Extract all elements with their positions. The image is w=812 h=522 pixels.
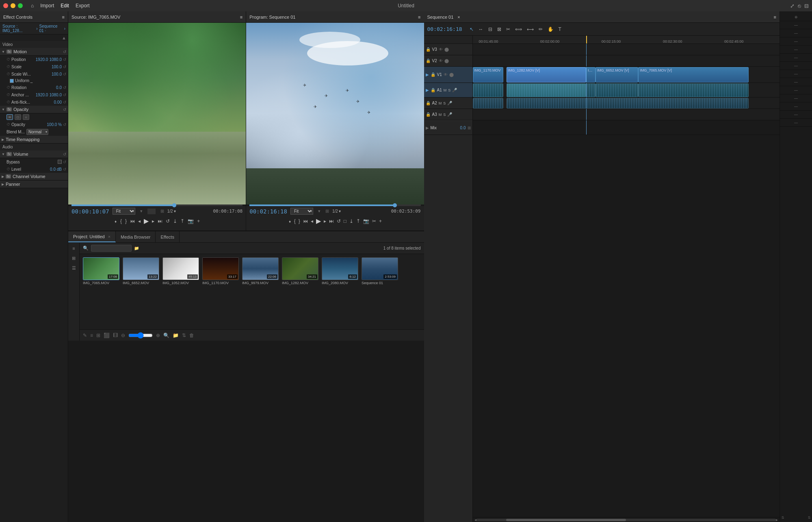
v1-link-icon[interactable]: ⬤	[449, 72, 454, 77]
opacity-ellipse-icon[interactable]: ○	[23, 114, 29, 120]
prog-play-btn[interactable]: ▶	[315, 216, 322, 226]
source-step-fwd-btn[interactable]: ▸	[151, 218, 155, 225]
anchor-x[interactable]: 1920.0	[36, 93, 48, 97]
close-button[interactable]	[3, 3, 8, 8]
volume-reset-icon[interactable]: ↺	[63, 152, 66, 157]
prog-loop-btn[interactable]: ↺	[336, 218, 342, 225]
source-fit-select[interactable]: Fit 25% 50% 100%	[113, 208, 135, 215]
source-monitor-menu[interactable]: ≡	[240, 15, 243, 20]
v2-link-icon[interactable]: ⬤	[444, 59, 449, 63]
icon-view-btn[interactable]: ⊞	[96, 333, 100, 338]
zoom-in-btn[interactable]: ⊕	[156, 333, 160, 338]
prog-in-btn[interactable]: {	[293, 218, 297, 225]
scroll-right-btn[interactable]: ▸	[776, 518, 778, 522]
rotation-value[interactable]: 0.0	[56, 85, 62, 90]
opacity-stopwatch[interactable]: ⏱	[6, 122, 10, 126]
select-tool-btn[interactable]: ↖	[468, 26, 475, 33]
source-play-btn[interactable]: ▶	[143, 216, 149, 226]
scale-value[interactable]: 100.0	[52, 65, 62, 69]
media-item-2[interactable]: 45:13 IMG_1052.MOV	[162, 257, 199, 286]
program-progress-bar[interactable]	[249, 204, 420, 206]
rp-btn-5[interactable]: —	[780, 54, 812, 62]
prog-insert-btn[interactable]: ⤓	[349, 218, 354, 225]
source-snap-btn[interactable]: 📷	[187, 218, 195, 225]
a2-lock-icon[interactable]: 🔒	[426, 101, 431, 105]
scroll-up-icon[interactable]: ▲	[62, 35, 66, 40]
clip-v1-1[interactable]: IMG_1282.MOV [V]	[507, 67, 586, 83]
v1-eye-icon[interactable]: 👁	[444, 72, 448, 77]
source-overwrite-btn[interactable]: ⤒	[180, 218, 185, 225]
menu-edit[interactable]: Edit	[61, 3, 69, 9]
position-y[interactable]: 1080.0	[49, 57, 62, 62]
source-fraction-arrow[interactable]: ▾	[174, 209, 176, 213]
menu-export[interactable]: Export	[76, 3, 90, 9]
a2-mute-btn[interactable]: M	[439, 101, 442, 105]
channel-volume-header[interactable]: ▶ fx Channel Volume	[0, 173, 68, 181]
volume-fx-header[interactable]: ▼ fx Volume ↺	[0, 150, 68, 158]
source-label[interactable]: Source : IMG_128...	[2, 24, 35, 33]
clip-a1-3[interactable]	[595, 83, 639, 97]
source-insert-btn[interactable]: ⤓	[172, 218, 178, 225]
effect-controls-menu-icon[interactable]: ≡	[62, 15, 65, 20]
ripple-btn[interactable]: ⊟	[487, 26, 494, 33]
slip-btn[interactable]: ⟺	[513, 26, 524, 33]
opacity-value[interactable]: 100.0 %	[47, 122, 62, 127]
source-fit-arrow[interactable]: ▾	[140, 209, 143, 214]
position-reset[interactable]: ↺	[63, 57, 66, 62]
clip-a1-0[interactable]	[473, 83, 504, 97]
anchor-reset[interactable]: ↺	[63, 93, 66, 97]
zoom-slider[interactable]	[128, 332, 153, 339]
a1-lock-icon[interactable]: 🔒	[431, 88, 435, 92]
source-current-time[interactable]: 00:00:10:07	[71, 208, 109, 215]
clip-a2-0[interactable]	[473, 98, 504, 109]
program-current-time[interactable]: 00:02:16:18	[249, 208, 287, 215]
timeline-scrollbar[interactable]: ◂ ▸	[473, 517, 780, 522]
rp-btn-13[interactable]: —	[780, 119, 812, 127]
rp-btn-1[interactable]: —	[780, 21, 812, 29]
layout-icon[interactable]: ⊟	[804, 3, 809, 9]
v3-lock-icon[interactable]: 🔒	[426, 47, 431, 52]
sort-btn[interactable]: ⇅	[182, 333, 186, 338]
search-input[interactable]	[91, 245, 132, 252]
rp-btn-4[interactable]: —	[780, 46, 812, 54]
menu-home[interactable]: ⌂	[31, 3, 34, 9]
clip-v1-3[interactable]: IMG_6652.MOV [V]	[595, 67, 639, 83]
sequence-label[interactable]: Sequence 01 ·	[39, 24, 63, 33]
level-reset[interactable]: ↺	[63, 167, 66, 172]
scroll-track[interactable]	[476, 519, 776, 521]
rp-btn-7[interactable]: —	[780, 70, 812, 78]
program-fit-select-wrapper[interactable]: Fit 25% 50% 100%	[290, 208, 313, 215]
opacity-pen-icon[interactable]: ✏	[6, 114, 13, 120]
blend-mode-select[interactable]: Normal Multiply Screen	[26, 129, 48, 135]
antiflicker-reset[interactable]: ↺	[63, 100, 66, 104]
a2-solo-btn[interactable]: S	[443, 101, 446, 105]
folder-btn[interactable]: 📁	[173, 333, 179, 338]
clip-a1-2[interactable]	[586, 83, 595, 97]
scroll-thumb[interactable]	[506, 519, 626, 521]
source-playhead[interactable]	[172, 203, 176, 207]
list-icon[interactable]: ≡	[90, 333, 93, 338]
maximize-button[interactable]	[18, 3, 23, 8]
rp-btn-3[interactable]: —	[780, 37, 812, 46]
media-item-7[interactable]: 2:53:09 Sequence 01	[362, 257, 398, 286]
program-fraction-arrow[interactable]: ▾	[339, 209, 341, 213]
rp-btn-2[interactable]: —	[780, 29, 812, 37]
uniform-checkbox[interactable]	[10, 79, 14, 83]
antiflicker-value[interactable]: 0.00	[54, 100, 62, 104]
clip-v1-0[interactable]: IMG_1170.MOV	[473, 67, 504, 83]
v1-lock-icon[interactable]: 🔒	[431, 72, 435, 77]
level-stopwatch[interactable]: ⏱	[6, 167, 10, 171]
level-value[interactable]: 0.0 dB	[50, 167, 62, 172]
rp-btn-9[interactable]: —	[780, 86, 812, 94]
clip-a1-4[interactable]	[638, 83, 749, 97]
source-multi-icon[interactable]: ⊞	[160, 209, 164, 214]
rp-btn-11[interactable]: —	[780, 102, 812, 111]
source-loop-btn[interactable]: ↺	[165, 218, 171, 225]
mix-expand-icon[interactable]: ▶	[426, 126, 429, 130]
anchor-y[interactable]: 1080.0	[49, 93, 62, 97]
slide-btn[interactable]: ⟷	[525, 26, 535, 33]
opacity-reset-icon[interactable]: ↺	[63, 107, 66, 112]
proj-icon-view[interactable]: ⊞	[70, 254, 78, 262]
source-out-btn[interactable]: }	[124, 218, 128, 225]
a1-mic-icon[interactable]: 🎤	[452, 88, 457, 92]
